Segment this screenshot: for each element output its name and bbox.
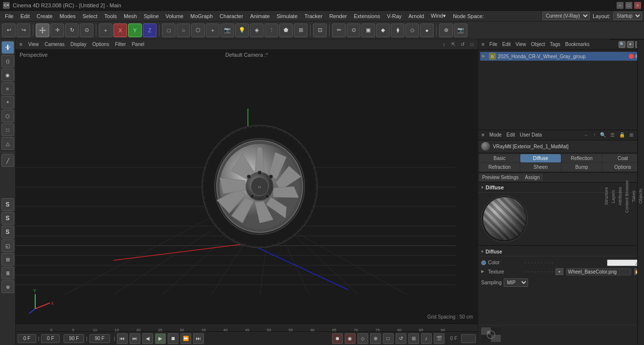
jump-end-button[interactable]: ⏭ [193, 333, 204, 344]
tb-sphere[interactable]: ○ [177, 23, 190, 37]
attr-edit[interactable]: Edit [505, 132, 516, 138]
vp-icon-2[interactable]: ⇱ [449, 41, 457, 48]
mat-tab-refraction[interactable]: Refraction [479, 163, 520, 171]
z-axis-btn[interactable]: Z [143, 23, 156, 37]
obj-tb-view[interactable]: View [514, 41, 528, 47]
menu-character[interactable]: Character [217, 12, 246, 20]
tb-camera[interactable]: 📷 [221, 23, 234, 37]
menu-simulate[interactable]: Simulate [274, 12, 301, 20]
obj-tb-object[interactable]: Object [530, 41, 547, 47]
undo-button[interactable]: ↩ [2, 23, 16, 37]
menu-tracker[interactable]: Tracker [302, 12, 326, 20]
left-tool-6[interactable]: ⬡ [1, 110, 14, 122]
tb-light[interactable]: 💡 [235, 23, 249, 37]
tb-snap2[interactable]: 📷 [454, 23, 467, 37]
play-back-button[interactable]: ◀ [142, 333, 153, 344]
left-tool-5[interactable]: ⌖ [1, 96, 14, 109]
tb-material[interactable]: ◈ [250, 23, 264, 37]
left-tool-7[interactable]: □ [1, 123, 14, 136]
rs-tab-layers[interactable]: Layers [610, 39, 617, 345]
mat-tab-reflection[interactable]: Reflection [561, 154, 602, 162]
left-tool-8[interactable]: △ [1, 137, 14, 150]
texture-dropdown-btn[interactable]: ▾ [555, 268, 563, 275]
render-end-input[interactable] [89, 334, 110, 343]
vp-menu-cameras[interactable]: Cameras [43, 41, 67, 47]
node-space-select[interactable]: Current (V-Ray) [542, 12, 590, 20]
vp-menu-display[interactable]: Display [68, 41, 89, 47]
left-tool-poly[interactable]: ◱ [1, 239, 14, 252]
obj-expand-icon[interactable]: ▶ [482, 54, 487, 59]
left-tool-grid[interactable]: ⊞ [1, 253, 14, 266]
record-button[interactable]: ⏺ [332, 333, 343, 344]
menu-wind[interactable]: Wind▾ [428, 12, 449, 20]
minimize-button[interactable]: − [617, 2, 623, 9]
mat-subtab-preview[interactable]: Preview Settings [479, 174, 521, 181]
menu-render[interactable]: Render [326, 12, 350, 20]
move-tool-button[interactable] [36, 23, 49, 37]
menu-volume[interactable]: Volume [163, 12, 187, 20]
rs-tab-attributes[interactable]: Attributes [617, 39, 623, 345]
left-tool-3[interactable]: ◉ [1, 69, 14, 81]
vp-icon-3[interactable]: ↺ [459, 41, 466, 48]
loop-button[interactable]: ↺ [396, 333, 406, 344]
maximize-button[interactable]: □ [625, 2, 632, 9]
vp-menu-icon[interactable]: ≡ [18, 41, 24, 47]
obj-tb-tags[interactable]: Tags [549, 41, 562, 47]
menu-arnold[interactable]: Arnold [405, 12, 427, 20]
menu-mesh[interactable]: Mesh [121, 12, 140, 20]
tb-cube[interactable]: □ [162, 23, 176, 37]
end-frame-input[interactable] [64, 334, 84, 343]
preview-button[interactable]: □ [383, 333, 394, 344]
jump-start-button[interactable]: ⏮ [117, 333, 128, 344]
vp-icon-1[interactable]: ↕ [440, 41, 448, 48]
attr-up-icon[interactable]: ↑ [592, 132, 597, 138]
mat-tab-bump[interactable]: Bump [561, 163, 602, 171]
obj-tb-bookmarks[interactable]: Bookmarks [564, 41, 591, 47]
left-tool-s2[interactable]: S [1, 212, 14, 225]
rotate-tool-button[interactable]: ↻ [65, 23, 79, 37]
timeline-mode[interactable]: ⊞ [408, 333, 419, 344]
tb-weld[interactable]: ● [420, 23, 434, 37]
texture-arrow-icon[interactable]: ▶ [481, 269, 486, 274]
y-axis-btn[interactable]: Y [128, 23, 142, 37]
left-tool-bottom[interactable]: ⊗ [1, 280, 14, 293]
obj-tb-edit[interactable]: Edit [501, 41, 512, 47]
tb-knife[interactable]: ◇ [405, 23, 419, 37]
tb-null[interactable]: + [206, 23, 220, 37]
frame-number[interactable] [461, 334, 476, 343]
scale-tool-button[interactable]: ✛ [50, 23, 64, 37]
vp-menu-filter[interactable]: Filter [113, 41, 128, 47]
autokey-button[interactable]: ◉ [345, 333, 355, 344]
rs-tab-content-browser[interactable]: Content Browser [623, 39, 630, 345]
mat-tab-basic[interactable]: Basic [479, 154, 520, 162]
diffuse-collapse-icon[interactable]: ▾ [481, 185, 484, 190]
left-tool-s[interactable]: S [1, 198, 14, 211]
motion-button[interactable]: ⊕ [370, 333, 381, 344]
tb-loop-sel[interactable]: ⊙ [347, 23, 360, 37]
start-frame-input[interactable] [18, 334, 36, 343]
left-tool-4[interactable]: ≡ [1, 82, 14, 95]
current-frame-input[interactable] [41, 334, 60, 343]
menu-spline[interactable]: Spline [141, 12, 162, 20]
tb-render-region[interactable]: ⊡ [313, 23, 327, 37]
vp-menu-panel[interactable]: Panel [130, 41, 146, 47]
tb-cylinder[interactable]: ⬡ [191, 23, 205, 37]
rs-tab-takes[interactable]: Takes [630, 39, 637, 345]
step-back-button[interactable]: ⏭ [130, 333, 140, 344]
vp-menu-view[interactable]: View [26, 41, 41, 47]
unknown-tool-1[interactable]: ⊙ [80, 23, 93, 37]
audio-button[interactable]: ♪ [421, 333, 432, 344]
viewport[interactable]: Perspective Default Camera :° [16, 50, 478, 323]
color-radio[interactable] [481, 260, 486, 265]
tb-cloner[interactable]: ⊞ [294, 23, 308, 37]
tb-field[interactable]: ⬟ [279, 23, 293, 37]
menu-create[interactable]: Create [34, 12, 56, 20]
attr-icon[interactable]: ≡ [480, 132, 486, 138]
mat-subtab-assign[interactable]: Assign [522, 174, 542, 181]
stop-button[interactable]: ⏹ [168, 333, 178, 344]
menu-tools[interactable]: Tools [101, 12, 120, 20]
tb-extrude[interactable]: ▣ [361, 23, 375, 37]
tb-bridge[interactable]: ⧫ [391, 23, 404, 37]
left-tool-2[interactable]: ⟨⟩ [1, 55, 14, 68]
left-tool-9[interactable]: ╱ [1, 154, 14, 167]
